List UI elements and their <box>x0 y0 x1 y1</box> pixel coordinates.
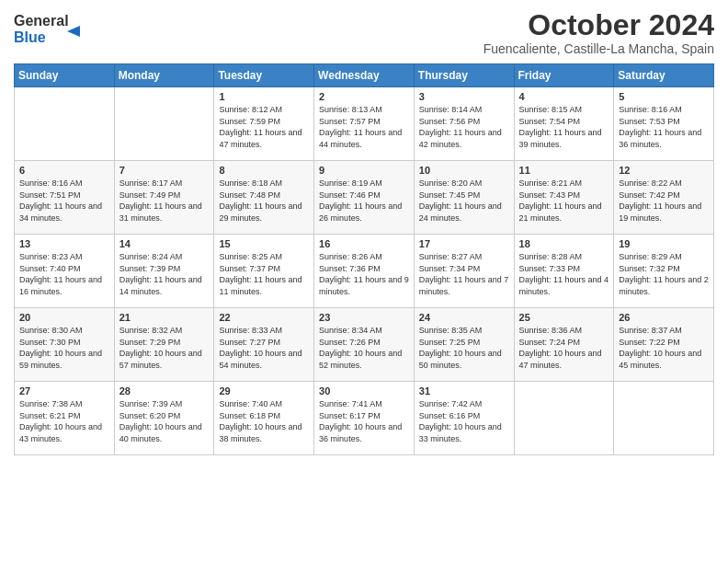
svg-marker-2 <box>67 26 80 37</box>
logo: General Blue <box>14 9 87 48</box>
day-info: Sunrise: 8:16 AM Sunset: 7:53 PM Dayligh… <box>619 104 709 150</box>
week-row-1: 1Sunrise: 8:12 AM Sunset: 7:59 PM Daylig… <box>15 87 714 161</box>
day-number: 7 <box>119 165 210 176</box>
day-info: Sunrise: 8:22 AM Sunset: 7:42 PM Dayligh… <box>619 178 709 224</box>
day-info: Sunrise: 8:33 AM Sunset: 7:27 PM Dayligh… <box>219 325 309 371</box>
day-info: Sunrise: 8:34 AM Sunset: 7:26 PM Dayligh… <box>319 325 409 371</box>
weekday-header-friday: Friday <box>514 64 614 87</box>
day-number: 24 <box>419 312 509 323</box>
day-info: Sunrise: 8:12 AM Sunset: 7:59 PM Dayligh… <box>219 104 309 150</box>
day-info: Sunrise: 8:17 AM Sunset: 7:49 PM Dayligh… <box>119 178 210 224</box>
day-number: 30 <box>319 385 409 396</box>
day-cell: 18Sunrise: 8:28 AM Sunset: 7:33 PM Dayli… <box>514 235 614 308</box>
svg-text:General: General <box>14 13 69 29</box>
day-number: 5 <box>619 91 709 102</box>
day-info: Sunrise: 8:37 AM Sunset: 7:22 PM Dayligh… <box>619 325 709 371</box>
day-info: Sunrise: 8:16 AM Sunset: 7:51 PM Dayligh… <box>19 178 109 224</box>
day-cell: 17Sunrise: 8:27 AM Sunset: 7:34 PM Dayli… <box>414 235 514 308</box>
logo-svg: General Blue <box>14 9 87 48</box>
day-number: 20 <box>19 312 109 323</box>
day-cell: 15Sunrise: 8:25 AM Sunset: 7:37 PM Dayli… <box>214 235 314 308</box>
day-cell <box>15 87 115 161</box>
day-cell: 20Sunrise: 8:30 AM Sunset: 7:30 PM Dayli… <box>15 308 115 382</box>
day-number: 2 <box>319 91 409 102</box>
day-cell: 21Sunrise: 8:32 AM Sunset: 7:29 PM Dayli… <box>114 308 214 382</box>
day-cell: 10Sunrise: 8:20 AM Sunset: 7:45 PM Dayli… <box>414 161 514 235</box>
month-title: October 2024 <box>483 9 714 41</box>
day-info: Sunrise: 7:38 AM Sunset: 6:21 PM Dayligh… <box>19 398 109 444</box>
weekday-header-tuesday: Tuesday <box>214 64 314 87</box>
day-number: 19 <box>619 238 709 249</box>
day-info: Sunrise: 8:29 AM Sunset: 7:32 PM Dayligh… <box>619 251 709 297</box>
day-info: Sunrise: 8:27 AM Sunset: 7:34 PM Dayligh… <box>419 251 509 297</box>
day-info: Sunrise: 7:39 AM Sunset: 6:20 PM Dayligh… <box>119 398 210 444</box>
day-cell: 1Sunrise: 8:12 AM Sunset: 7:59 PM Daylig… <box>214 87 314 161</box>
day-info: Sunrise: 7:40 AM Sunset: 6:18 PM Dayligh… <box>219 398 309 444</box>
week-row-5: 27Sunrise: 7:38 AM Sunset: 6:21 PM Dayli… <box>15 382 714 455</box>
day-info: Sunrise: 8:19 AM Sunset: 7:46 PM Dayligh… <box>319 178 409 224</box>
day-number: 14 <box>119 238 210 249</box>
svg-text:Blue: Blue <box>14 29 46 45</box>
day-info: Sunrise: 8:35 AM Sunset: 7:25 PM Dayligh… <box>419 325 509 371</box>
week-row-4: 20Sunrise: 8:30 AM Sunset: 7:30 PM Dayli… <box>15 308 714 382</box>
day-number: 8 <box>219 165 309 176</box>
week-row-2: 6Sunrise: 8:16 AM Sunset: 7:51 PM Daylig… <box>15 161 714 235</box>
day-number: 27 <box>19 385 109 396</box>
weekday-header-thursday: Thursday <box>414 64 514 87</box>
day-cell: 2Sunrise: 8:13 AM Sunset: 7:57 PM Daylig… <box>314 87 415 161</box>
day-cell: 24Sunrise: 8:35 AM Sunset: 7:25 PM Dayli… <box>414 308 514 382</box>
day-info: Sunrise: 8:32 AM Sunset: 7:29 PM Dayligh… <box>119 325 210 371</box>
day-cell: 4Sunrise: 8:15 AM Sunset: 7:54 PM Daylig… <box>514 87 614 161</box>
day-info: Sunrise: 7:42 AM Sunset: 6:16 PM Dayligh… <box>419 398 509 444</box>
day-info: Sunrise: 8:36 AM Sunset: 7:24 PM Dayligh… <box>519 325 609 371</box>
day-number: 12 <box>619 165 709 176</box>
day-number: 9 <box>319 165 409 176</box>
day-number: 29 <box>219 385 309 396</box>
day-info: Sunrise: 7:41 AM Sunset: 6:17 PM Dayligh… <box>319 398 409 444</box>
day-cell: 8Sunrise: 8:18 AM Sunset: 7:48 PM Daylig… <box>214 161 314 235</box>
day-number: 26 <box>619 312 709 323</box>
day-number: 1 <box>219 91 309 102</box>
day-info: Sunrise: 8:13 AM Sunset: 7:57 PM Dayligh… <box>319 104 409 150</box>
day-info: Sunrise: 8:24 AM Sunset: 7:39 PM Dayligh… <box>119 251 210 297</box>
day-info: Sunrise: 8:20 AM Sunset: 7:45 PM Dayligh… <box>419 178 509 224</box>
day-number: 16 <box>319 238 409 249</box>
day-cell: 28Sunrise: 7:39 AM Sunset: 6:20 PM Dayli… <box>114 382 214 455</box>
day-info: Sunrise: 8:25 AM Sunset: 7:37 PM Dayligh… <box>219 251 309 297</box>
day-number: 10 <box>419 165 509 176</box>
day-number: 25 <box>519 312 609 323</box>
calendar-table: SundayMondayTuesdayWednesdayThursdayFrid… <box>14 63 714 455</box>
day-cell: 3Sunrise: 8:14 AM Sunset: 7:56 PM Daylig… <box>414 87 514 161</box>
day-number: 31 <box>419 385 509 396</box>
day-number: 18 <box>519 238 609 249</box>
day-cell: 27Sunrise: 7:38 AM Sunset: 6:21 PM Dayli… <box>15 382 115 455</box>
day-cell: 26Sunrise: 8:37 AM Sunset: 7:22 PM Dayli… <box>614 308 714 382</box>
day-cell: 30Sunrise: 7:41 AM Sunset: 6:17 PM Dayli… <box>314 382 415 455</box>
weekday-header-wednesday: Wednesday <box>314 64 415 87</box>
day-info: Sunrise: 8:14 AM Sunset: 7:56 PM Dayligh… <box>419 104 509 150</box>
day-cell: 19Sunrise: 8:29 AM Sunset: 7:32 PM Dayli… <box>614 235 714 308</box>
day-info: Sunrise: 8:28 AM Sunset: 7:33 PM Dayligh… <box>519 251 609 297</box>
day-number: 22 <box>219 312 309 323</box>
header: General Blue October 2024 Fuencaliente, … <box>14 9 714 56</box>
day-cell: 7Sunrise: 8:17 AM Sunset: 7:49 PM Daylig… <box>114 161 214 235</box>
day-number: 6 <box>19 165 109 176</box>
day-cell: 5Sunrise: 8:16 AM Sunset: 7:53 PM Daylig… <box>614 87 714 161</box>
weekday-header-monday: Monday <box>114 64 214 87</box>
page-container: General Blue October 2024 Fuencaliente, … <box>0 0 728 465</box>
day-cell: 16Sunrise: 8:26 AM Sunset: 7:36 PM Dayli… <box>314 235 415 308</box>
day-cell <box>614 382 714 455</box>
day-cell <box>114 87 214 161</box>
day-cell: 22Sunrise: 8:33 AM Sunset: 7:27 PM Dayli… <box>214 308 314 382</box>
day-number: 3 <box>419 91 509 102</box>
day-cell: 11Sunrise: 8:21 AM Sunset: 7:43 PM Dayli… <box>514 161 614 235</box>
day-number: 23 <box>319 312 409 323</box>
day-info: Sunrise: 8:18 AM Sunset: 7:48 PM Dayligh… <box>219 178 309 224</box>
day-cell: 12Sunrise: 8:22 AM Sunset: 7:42 PM Dayli… <box>614 161 714 235</box>
day-info: Sunrise: 8:30 AM Sunset: 7:30 PM Dayligh… <box>19 325 109 371</box>
day-cell: 6Sunrise: 8:16 AM Sunset: 7:51 PM Daylig… <box>15 161 115 235</box>
location-title: Fuencaliente, Castille-La Mancha, Spain <box>483 41 714 56</box>
weekday-header-sunday: Sunday <box>15 64 115 87</box>
day-info: Sunrise: 8:15 AM Sunset: 7:54 PM Dayligh… <box>519 104 609 150</box>
weekday-header-saturday: Saturday <box>614 64 714 87</box>
